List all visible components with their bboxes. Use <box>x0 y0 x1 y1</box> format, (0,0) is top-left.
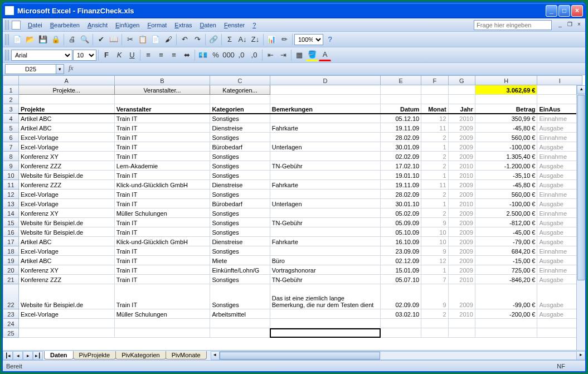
row-header-9[interactable]: 9 <box>3 161 19 171</box>
cell-jahr[interactable] <box>448 319 475 328</box>
insert-function-button[interactable]: fx <box>69 64 82 74</box>
scroll-right-button[interactable]: ▸ <box>576 351 585 360</box>
cell-jahr[interactable]: 2010 <box>448 199 475 208</box>
row-header-7[interactable]: 7 <box>3 142 19 152</box>
cell-betrag[interactable]: -45,80 € <box>475 123 537 133</box>
cell-veranstalter[interactable]: Train IT <box>114 227 210 237</box>
cell-monat[interactable]: 12 <box>421 256 448 265</box>
cell-datum[interactable]: 03.02.10 <box>381 309 421 319</box>
currency-icon[interactable]: 💶 <box>197 49 209 61</box>
cell-monat[interactable]: 2 <box>421 161 448 171</box>
font-select[interactable]: Arial <box>11 50 72 61</box>
cell-bemerkung[interactable]: TN-Gebühr <box>270 161 381 171</box>
cell-bemerkung[interactable]: Das ist eine ziemlich lange Bemerkung, d… <box>270 284 381 309</box>
column-header-C[interactable]: C <box>210 76 270 85</box>
cell-bemerkung[interactable] <box>270 208 381 218</box>
cell-veranstalter[interactable]: Train IT <box>114 218 210 227</box>
copy-icon[interactable]: 📋 <box>137 33 149 46</box>
cell-kategorie[interactable]: Sonstiges <box>210 133 270 142</box>
header-bemerkungen[interactable]: Bemerkungen <box>270 104 381 114</box>
cell-veranstalter[interactable] <box>114 319 210 328</box>
cell-projekt[interactable]: Artikel ABC <box>18 123 114 133</box>
row-header-5[interactable]: 5 <box>3 123 19 133</box>
cell-monat[interactable]: 11 <box>421 180 448 190</box>
cell-jahr[interactable]: 2009 <box>448 152 475 161</box>
cell-betrag[interactable]: 1.305,40 € <box>475 152 537 161</box>
cell-bemerkung[interactable]: Fahrkarte <box>270 180 381 190</box>
cell-betrag[interactable]: -45,00 € <box>475 227 537 237</box>
cell-projekt[interactable]: Konferenz XY <box>18 265 114 275</box>
veranstalter-button[interactable]: Veranstalter... <box>114 85 210 95</box>
cell-projekt[interactable]: Website für Beispiel.de <box>18 284 114 309</box>
cell-veranstalter[interactable]: Train IT <box>114 265 210 275</box>
cell-kategorie[interactable] <box>210 319 270 328</box>
cell-einaus[interactable]: Ausgabe <box>537 171 582 180</box>
cell-kategorie[interactable]: Sonstiges <box>210 190 270 199</box>
cell[interactable] <box>210 328 270 338</box>
row-header-2[interactable]: 2 <box>3 95 19 104</box>
doc-close-button[interactable]: × <box>575 21 583 29</box>
cell-datum[interactable]: 05.02.09 <box>381 208 421 218</box>
cell[interactable] <box>537 95 582 104</box>
cell-datum[interactable]: 05.09.09 <box>381 218 421 227</box>
cell-betrag[interactable]: -812,00 € <box>475 218 537 227</box>
cell-monat[interactable]: 9 <box>421 246 448 256</box>
sheet-tab-pivmonate[interactable]: PivMonate <box>166 351 207 360</box>
cell-kategorie[interactable]: Sonstiges <box>210 152 270 161</box>
cell-einaus[interactable]: Einnahme <box>537 208 582 218</box>
cell-einaus[interactable] <box>537 319 582 328</box>
cell-veranstalter[interactable]: Train IT <box>114 133 210 142</box>
hyperlink-icon[interactable]: 🔗 <box>207 33 220 46</box>
cell-bemerkung[interactable] <box>270 152 381 161</box>
grip-icon[interactable] <box>5 34 9 45</box>
cell-kategorie[interactable]: Sonstiges <box>210 218 270 227</box>
cell-datum[interactable]: 05.12.10 <box>381 114 421 123</box>
scroll-thumb[interactable] <box>220 352 380 360</box>
cell[interactable] <box>421 85 448 95</box>
percent-icon[interactable]: % <box>210 49 222 61</box>
cell[interactable] <box>270 95 381 104</box>
cell[interactable] <box>114 95 210 104</box>
menu-datei[interactable]: Datei <box>24 20 46 30</box>
cell-bemerkung[interactable]: Unterlagen <box>270 199 381 208</box>
row-header-11[interactable]: 11 <box>3 180 19 190</box>
cell-einaus[interactable]: Ausgabe <box>537 180 582 190</box>
cell[interactable] <box>18 95 114 104</box>
cell-jahr[interactable]: 2009 <box>448 133 475 142</box>
cell-monat[interactable]: 2 <box>421 190 448 199</box>
cell-jahr[interactable]: 2009 <box>448 218 475 227</box>
cell-einaus[interactable]: Einnahme <box>537 114 582 123</box>
scroll-thumb[interactable] <box>577 95 585 280</box>
row-header-24[interactable]: 24 <box>3 319 19 328</box>
cell-monat[interactable] <box>421 319 448 328</box>
format-painter-icon[interactable]: 🖌 <box>162 33 174 46</box>
tab-prev-button[interactable]: ◂ <box>13 351 23 360</box>
cell-kategorie[interactable]: Sonstiges <box>210 161 270 171</box>
cell-monat[interactable]: 10 <box>421 227 448 237</box>
cell-datum[interactable]: 15.01.09 <box>381 265 421 275</box>
cell-einaus[interactable]: Ausgabe <box>537 284 582 309</box>
cell-datum[interactable]: 19.11.09 <box>381 180 421 190</box>
menu-ansicht[interactable]: Ansicht <box>84 20 111 30</box>
cell-betrag[interactable]: -100,00 € <box>475 142 537 152</box>
row-header-14[interactable]: 14 <box>3 208 19 218</box>
cell-veranstalter[interactable]: Lern-Akademie <box>114 161 210 171</box>
cell-betrag[interactable]: -35,10 € <box>475 171 537 180</box>
cell-monat[interactable]: 1 <box>421 171 448 180</box>
cell[interactable] <box>421 328 448 338</box>
open-file-icon[interactable]: 📂 <box>24 33 36 46</box>
cell-veranstalter[interactable]: Train IT <box>114 123 210 133</box>
cell-einaus[interactable]: Einnahme <box>537 246 582 256</box>
cell-einaus[interactable]: Einnahme <box>537 190 582 199</box>
cell-kategorie[interactable]: Miete <box>210 256 270 265</box>
new-file-icon[interactable]: 📄 <box>11 33 23 46</box>
cell-monat[interactable]: 11 <box>421 123 448 133</box>
cell-veranstalter[interactable]: Train IT <box>114 256 210 265</box>
cell[interactable] <box>114 328 210 338</box>
drawing-icon[interactable]: ✏ <box>278 33 290 46</box>
cell-bemerkung[interactable]: Fahrkarte <box>270 237 381 246</box>
name-box-dropdown[interactable]: ▾ <box>56 64 64 74</box>
cell-projekt[interactable]: Excel-Vorlage <box>18 142 114 152</box>
cell-betrag[interactable]: -15,00 € <box>475 256 537 265</box>
cell-projekt[interactable]: Konferenz ZZZ <box>18 161 114 171</box>
